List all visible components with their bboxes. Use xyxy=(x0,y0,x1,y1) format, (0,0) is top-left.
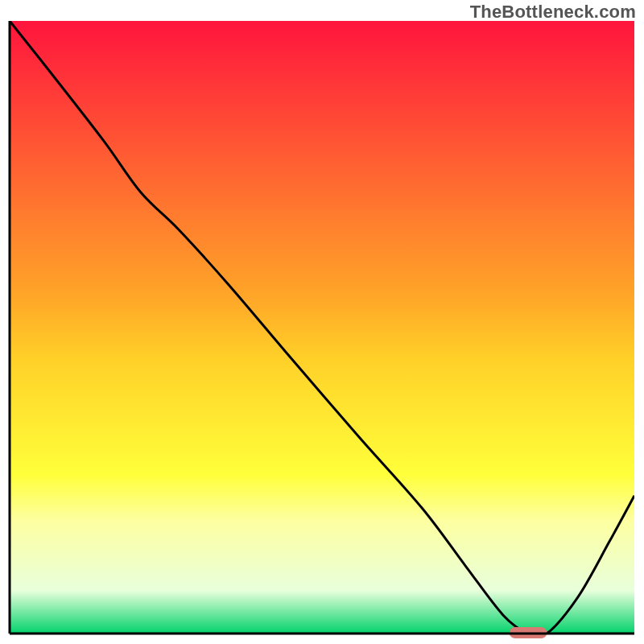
bottleneck-chart xyxy=(0,0,644,644)
watermark-link[interactable]: TheBottleneck.com xyxy=(470,2,636,23)
gradient-background xyxy=(10,21,634,634)
chart-container: TheBottleneck.com xyxy=(0,0,644,644)
